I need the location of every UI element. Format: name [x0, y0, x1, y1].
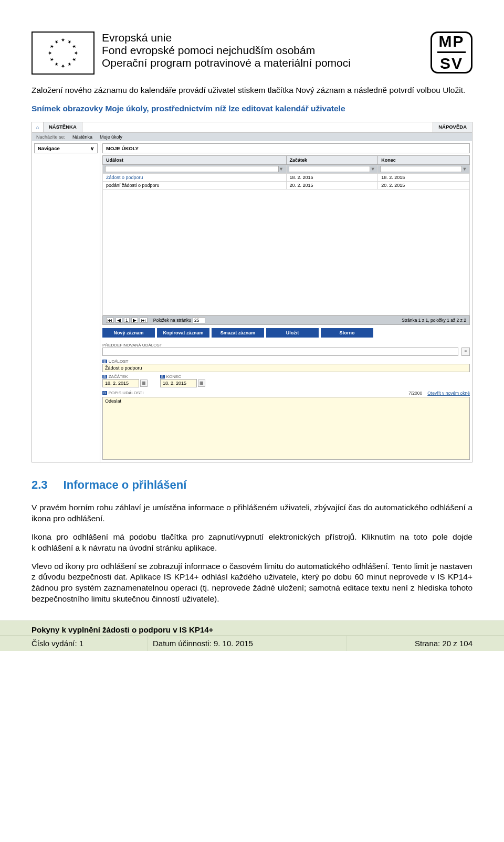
home-icon[interactable]: ⌂ — [32, 122, 44, 132]
pager-items-label: Položek na stránku — [153, 318, 191, 323]
paragraph-2: V pravém horním rohu záhlaví je umístěna… — [32, 502, 472, 524]
row-end: 20. 2. 2015 — [378, 181, 470, 189]
svg-marker-7 — [54, 62, 59, 67]
pager-items-select[interactable]: 25 — [193, 317, 205, 323]
svg-marker-10 — [49, 44, 54, 49]
svg-marker-4 — [72, 57, 77, 62]
svg-marker-0 — [61, 38, 65, 41]
row-end: 18. 2. 2015 — [378, 173, 470, 181]
svg-marker-5 — [67, 62, 72, 67]
page-footer: Pokyny k vyplnění žádosti o podporu v IS… — [0, 620, 504, 651]
pager-page[interactable]: 1 — [124, 318, 130, 323]
filter-event[interactable] — [105, 166, 279, 172]
desc-counter: 7/2000 — [408, 391, 422, 396]
col-start[interactable]: Začátek — [286, 155, 378, 164]
mpsv-top: MP — [432, 34, 471, 49]
footer-date: Datum účinnosti: 9. 10. 2015 — [147, 636, 346, 651]
navigation-header[interactable]: Navigace ∨ — [34, 143, 98, 153]
copy-record-button[interactable]: Kopírovat záznam — [157, 328, 209, 338]
section-title: MOJE ÚKOLY — [102, 143, 470, 153]
list-icon[interactable]: ≡ — [461, 348, 470, 356]
svg-marker-2 — [72, 44, 77, 49]
calendar-icon[interactable]: ▦ — [198, 380, 205, 387]
footer-title: Pokyny k vyplnění žádosti o podporu v IS… — [0, 621, 504, 635]
col-event[interactable]: Událost — [103, 155, 287, 164]
mpsv-logo: MP SV — [430, 31, 472, 73]
calendar-icon[interactable]: ▦ — [140, 380, 148, 387]
end-label: BKONEC — [160, 374, 213, 379]
delete-record-button[interactable]: Smazat záznam — [212, 328, 264, 338]
mpsv-bottom: SV — [432, 56, 471, 71]
paragraph-3: Ikona pro odhlášení má podobu tlačítka p… — [32, 532, 472, 554]
tasks-grid: Událost Začátek Konec ▼ ▼ ▼ Žádost o pod… — [102, 155, 470, 190]
desc-label: BPOPIS UDÁLOSTI — [102, 391, 143, 395]
header-line-3: Operační program potravinové a materiáln… — [102, 57, 423, 69]
grid-empty-area — [102, 190, 470, 315]
svg-marker-11 — [54, 39, 59, 44]
row-event: Žádost o podporu — [103, 173, 287, 181]
predef-label: PŘEDDEFINOVANÁ UDÁLOST — [102, 343, 458, 348]
pager-info: Stránka 1 z 1, položky 1 až 2 z 2 — [402, 318, 466, 323]
svg-marker-3 — [75, 51, 78, 55]
pager-prev[interactable]: ◀ — [116, 318, 122, 323]
screenshot-caption: Snímek obrazovky Moje úkoly, prostřednic… — [32, 103, 472, 114]
start-date-input[interactable]: 18. 2. 2015 — [102, 379, 139, 387]
filter-start[interactable] — [289, 166, 371, 172]
tab-help[interactable]: NÁPOVĚDA — [433, 122, 472, 132]
section-heading: 2.3 Informace o přihlášení — [32, 478, 472, 492]
table-row[interactable]: Žádost o podporu 18. 2. 2015 18. 2. 2015 — [103, 173, 470, 181]
breadcrumb: Nacházíte se: Nástěnka Moje úkoly — [32, 133, 472, 141]
section-number: 2.3 — [32, 478, 48, 492]
desc-value: Odeslat — [103, 397, 469, 405]
pager-next[interactable]: ▶ — [131, 318, 138, 323]
action-buttons: Nový záznam Kopírovat záznam Smazat zázn… — [102, 328, 470, 338]
tab-nastenka[interactable]: NÁSTĚNKA — [44, 122, 82, 132]
pager-first[interactable]: ⏮ — [106, 318, 114, 323]
main-panel: MOJE ÚKOLY Událost Začátek Konec ▼ ▼ ▼ — [100, 141, 472, 462]
funnel-icon[interactable]: ▼ — [279, 166, 284, 172]
start-label: BZAČÁTEK — [102, 374, 155, 379]
footer-page: Strana: 20 z 104 — [346, 636, 504, 651]
new-record-button[interactable]: Nový záznam — [102, 328, 155, 338]
funnel-icon[interactable]: ▼ — [370, 166, 375, 172]
header-line-2: Fond evropské pomoci nejchudším osobám — [102, 44, 423, 57]
pager: ⏮ ◀ 1 ▶ ⏭ Položek na stránku 25 Stránka … — [102, 315, 470, 325]
app-screenshot: ⌂ NÁSTĚNKA NÁPOVĚDA Nacházíte se: Nástěn… — [32, 122, 472, 462]
row-start: 20. 2. 2015 — [286, 181, 378, 189]
cancel-button[interactable]: Storno — [321, 328, 373, 338]
save-button[interactable]: Uložit — [266, 328, 319, 338]
app-top-tabs: ⌂ NÁSTĚNKA NÁPOVĚDA — [32, 122, 472, 133]
navigation-title: Navigace — [38, 145, 60, 151]
predef-input[interactable] — [102, 348, 458, 356]
mpsv-divider — [437, 51, 466, 53]
end-date-input[interactable]: 18. 2. 2015 — [160, 379, 197, 387]
paragraph-4: Vlevo od ikony pro odhlášení se zobrazuj… — [32, 561, 472, 605]
row-event: podání žádosti o podporu — [103, 181, 287, 189]
paragraph-1: Založení nového záznamu do kalendáře pro… — [32, 85, 472, 96]
pager-last[interactable]: ⏭ — [140, 318, 148, 323]
event-label: BUDÁLOST — [102, 359, 470, 364]
eu-flag-logo — [32, 31, 94, 75]
event-input[interactable]: Žádost o podporu — [102, 364, 470, 372]
footer-issue: Číslo vydání: 1 — [0, 636, 147, 651]
breadcrumb-item-2[interactable]: Moje úkoly — [100, 134, 122, 140]
svg-marker-8 — [49, 57, 54, 62]
svg-marker-6 — [61, 65, 65, 68]
breadcrumb-label: Nacházíte se: — [36, 134, 65, 140]
letterhead-text: Evropská unie Fond evropské pomoci nejch… — [102, 31, 423, 69]
col-end[interactable]: Konec — [378, 155, 470, 164]
letterhead: Evropská unie Fond evropské pomoci nejch… — [32, 31, 472, 75]
header-line-1: Evropská unie — [102, 31, 423, 44]
table-row[interactable]: podání žádosti o podporu 20. 2. 2015 20.… — [103, 181, 470, 189]
navigation-panel: Navigace ∨ — [32, 141, 100, 462]
section-title-text: Informace o přihlášení — [64, 478, 187, 492]
row-start: 18. 2. 2015 — [286, 173, 378, 181]
filter-end[interactable] — [380, 166, 462, 172]
open-new-window-link[interactable]: Otevřít v novém okně — [427, 391, 470, 396]
svg-marker-9 — [48, 51, 51, 55]
svg-marker-1 — [67, 39, 72, 44]
desc-textarea[interactable]: Odeslat — [102, 397, 470, 460]
funnel-icon[interactable]: ▼ — [462, 166, 467, 172]
breadcrumb-item-1[interactable]: Nástěnka — [72, 134, 92, 140]
chevron-down-icon: ∨ — [90, 145, 94, 151]
